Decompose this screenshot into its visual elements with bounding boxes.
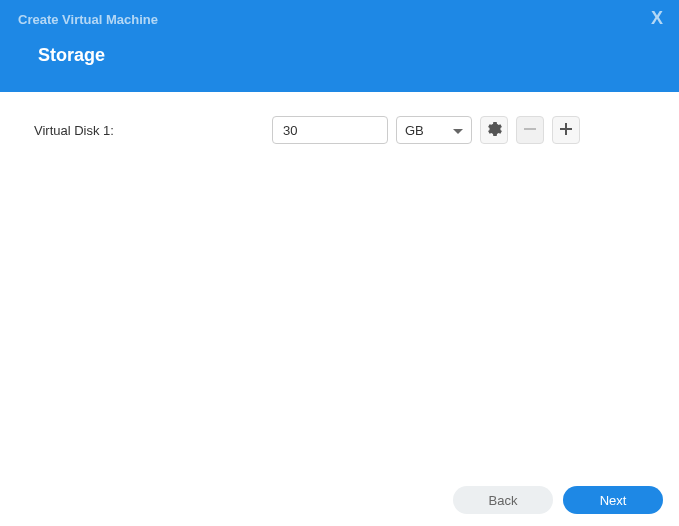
dialog-footer: Back Next bbox=[0, 474, 679, 526]
page-title: Storage bbox=[0, 27, 679, 66]
gear-icon bbox=[486, 121, 502, 140]
virtual-disk-row: Virtual Disk 1: GB bbox=[34, 116, 645, 144]
remove-disk-button[interactable] bbox=[516, 116, 544, 144]
svg-rect-0 bbox=[524, 128, 536, 130]
close-button[interactable]: X bbox=[651, 8, 663, 29]
virtual-disk-label: Virtual Disk 1: bbox=[34, 123, 264, 138]
dialog-title: Create Virtual Machine bbox=[0, 0, 679, 27]
dialog-header: Create Virtual Machine Storage X bbox=[0, 0, 679, 92]
back-button[interactable]: Back bbox=[453, 486, 553, 514]
caret-down-icon bbox=[453, 123, 463, 138]
plus-icon bbox=[560, 123, 572, 138]
disk-size-input[interactable] bbox=[272, 116, 388, 144]
minus-icon bbox=[524, 123, 536, 138]
next-button[interactable]: Next bbox=[563, 486, 663, 514]
svg-rect-2 bbox=[565, 123, 567, 135]
add-disk-button[interactable] bbox=[552, 116, 580, 144]
disk-settings-button[interactable] bbox=[480, 116, 508, 144]
close-icon: X bbox=[651, 8, 663, 28]
disk-unit-select[interactable]: GB bbox=[396, 116, 472, 144]
content-area: Virtual Disk 1: GB bbox=[0, 92, 679, 168]
disk-unit-value: GB bbox=[405, 123, 424, 138]
